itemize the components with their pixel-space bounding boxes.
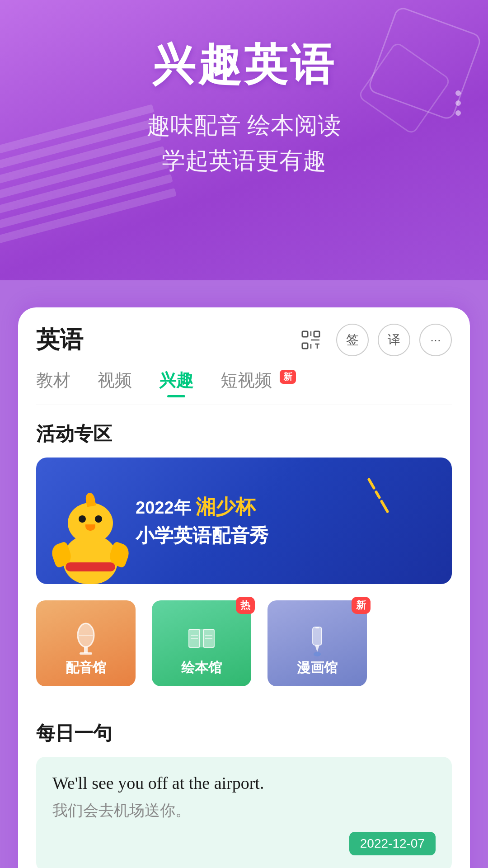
svg-rect-22 [315,627,319,628]
daily-date-container: 2022-12-07 [52,832,436,855]
picture-badge: 热 [236,597,255,614]
mic-svg [68,623,104,659]
comic-badge: 新 [352,597,371,614]
svg-marker-20 [315,645,319,652]
svg-rect-9 [84,647,88,653]
activity-banner[interactable]: 2022年 湘少杯 小学英语配音秀 [36,458,452,584]
dubbing-icon-bg: 配音馆 [36,600,136,686]
activity-section-title: 活动专区 [36,421,452,447]
category-comic[interactable]: 新 漫画馆 [267,600,367,686]
daily-section-title: 每日一句 [36,721,452,746]
chick-eye-left [79,515,86,523]
category-picture[interactable]: 热 绘本馆 [152,600,251,686]
category-row: 配音馆 热 绘本馆 [36,600,452,686]
category-dubbing[interactable]: 配音馆 [36,600,136,686]
scan-icon[interactable] [295,324,327,356]
main-card: 英语 签 译 [18,307,470,868]
chick-scarf [66,562,115,571]
chick-eye-right [95,515,102,523]
tab-interest[interactable]: 兴趣 [159,369,193,397]
svg-rect-10 [80,652,92,655]
dubbing-label: 配音馆 [66,659,106,677]
banner-highlight: 湘少杯 [196,495,255,518]
tab-video[interactable]: 视频 [98,369,132,397]
sub-title-line1: 趣味配音 绘本阅读 [147,112,341,138]
svg-point-21 [314,652,321,656]
date-badge: 2022-12-07 [349,832,436,855]
banner-year: 2022年 湘少杯 [136,494,268,520]
sign-label: 签 [346,331,359,349]
activity-section: 活动专区 [18,405,470,686]
svg-rect-0 [302,331,308,337]
paint-svg [299,623,335,659]
daily-card[interactable]: We'll see you off at the airport. 我们会去机场… [36,757,452,868]
header-icons: 签 译 ··· [295,324,452,356]
tab-bar: 教材 视频 兴趣 短视频 新 [18,356,470,397]
banner-text: 2022年 湘少杯 小学英语配音秀 [136,494,268,548]
tab-textbook[interactable]: 教材 [36,369,70,397]
card-title: 英语 [36,324,83,356]
chick-mascot [45,485,136,584]
sub-title: 趣味配音 绘本阅读 学起英语更有趣 [27,108,461,178]
burst-decoration [367,477,389,513]
chick-beak [85,524,95,531]
tab-short-video[interactable]: 短视频 新 [221,369,296,397]
picture-label: 绘本馆 [181,659,222,677]
card-header: 英语 签 译 [18,307,470,356]
chick-tuft [85,492,96,507]
main-title: 兴趣英语 [27,36,461,95]
more-label: ··· [430,333,441,347]
translate-button[interactable]: 译 [378,324,410,356]
sub-title-line2: 学起英语更有趣 [162,147,326,174]
chick-head [68,503,113,543]
daily-section: 每日一句 We'll see you off at the airport. 我… [18,704,470,868]
daily-english: We'll see you off at the airport. [52,773,436,793]
svg-rect-19 [313,627,322,645]
picture-icon-bg: 绘本馆 [152,600,251,686]
comic-icon-bg: 漫画馆 [267,600,367,686]
banner-subtitle: 小学英语配音秀 [136,523,268,548]
daily-chinese: 我们会去机场送你。 [52,800,436,821]
svg-rect-1 [314,331,319,337]
svg-rect-2 [302,343,308,349]
sign-button[interactable]: 签 [336,324,369,356]
translate-label: 译 [388,331,400,349]
hero-section: 兴趣英语 趣味配音 绘本阅读 学起英语更有趣 [0,0,488,280]
comic-label: 漫画馆 [297,659,338,677]
more-button[interactable]: ··· [419,324,452,356]
book-svg [183,623,220,659]
svg-rect-14 [200,629,203,647]
short-video-badge: 新 [280,370,296,384]
